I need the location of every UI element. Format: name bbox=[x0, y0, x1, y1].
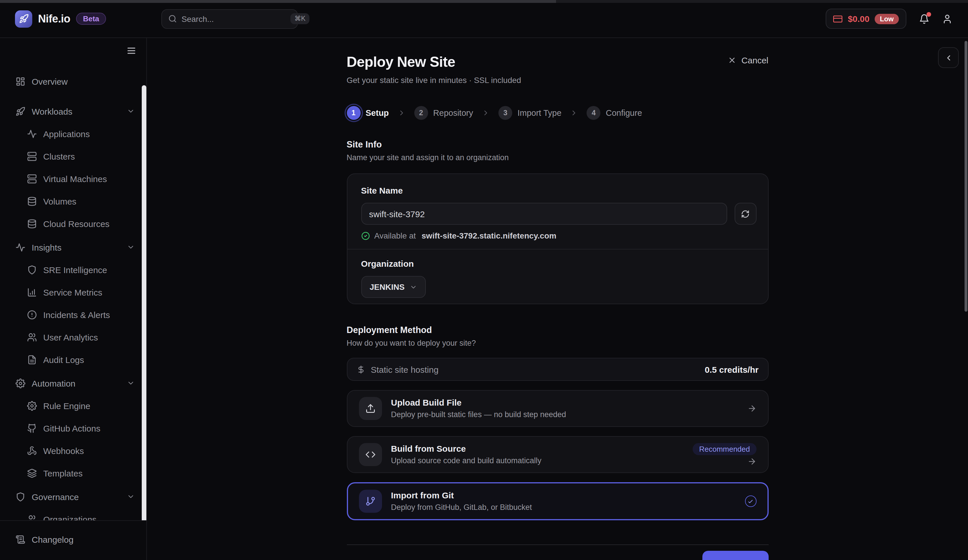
sidebar-item-audit-logs[interactable]: Audit Logs bbox=[7, 349, 139, 370]
upload-icon bbox=[359, 397, 382, 420]
sidebar-item-user-analytics[interactable]: User Analytics bbox=[7, 326, 139, 348]
top-scrollbar-thumb[interactable] bbox=[0, 0, 556, 3]
search-box[interactable]: ⌘K bbox=[161, 9, 298, 28]
search-shortcut: ⌘K bbox=[290, 13, 310, 25]
beta-badge: Beta bbox=[76, 13, 106, 25]
sidebar-item-label: Volumes bbox=[43, 196, 76, 206]
credits-pill[interactable]: $0.00 Low bbox=[826, 8, 907, 29]
method-title: Import from Git bbox=[391, 490, 532, 501]
arrow-right-icon bbox=[747, 457, 756, 466]
scroll-icon bbox=[15, 534, 25, 544]
sidebar-item-label: Rule Engine bbox=[43, 401, 90, 411]
chevron-right-icon bbox=[398, 109, 406, 117]
sidebar-item-webhooks[interactable]: Webhooks bbox=[7, 439, 139, 462]
search-input[interactable] bbox=[181, 14, 286, 23]
sidebar-item-governance[interactable]: Governance bbox=[7, 485, 139, 508]
step-setup[interactable]: 1 Setup bbox=[346, 106, 389, 120]
chevron-left-icon bbox=[944, 53, 953, 62]
step-repository[interactable]: 2 Repository bbox=[414, 106, 473, 120]
regenerate-name-button[interactable] bbox=[734, 203, 756, 225]
sidebar-item-workloads[interactable]: Workloads bbox=[7, 100, 139, 122]
notifications-button[interactable] bbox=[919, 13, 930, 24]
sidebar-collapse-button[interactable] bbox=[126, 45, 137, 56]
step-import-type[interactable]: 3 Import Type bbox=[499, 106, 562, 120]
sidebar-item-automation[interactable]: Automation bbox=[7, 372, 139, 394]
close-icon bbox=[728, 56, 736, 65]
sidebar-item-github-actions[interactable]: GitHub Actions bbox=[7, 417, 139, 439]
sidebar-item-label: User Analytics bbox=[43, 332, 98, 342]
sidebar-item-label: SRE Intelligence bbox=[43, 265, 107, 275]
sidebar-footer: Changelog bbox=[0, 520, 146, 560]
database-icon bbox=[27, 196, 37, 206]
sidebar-item-label: Workloads bbox=[31, 106, 72, 116]
site-name-input[interactable] bbox=[361, 203, 727, 225]
method-upload-build-file[interactable]: Upload Build File Deploy pre-built stati… bbox=[346, 390, 768, 427]
sidebar-item-volumes[interactable]: Volumes bbox=[7, 190, 139, 212]
site-name-label: Site Name bbox=[361, 186, 756, 196]
notification-dot bbox=[927, 12, 931, 17]
step-number: 3 bbox=[499, 106, 512, 120]
sidebar-item-insights[interactable]: Insights bbox=[7, 236, 139, 258]
sidebar-header bbox=[0, 38, 146, 63]
step-label: Import Type bbox=[517, 108, 562, 118]
sidebar-item-changelog[interactable]: Changelog bbox=[7, 528, 139, 551]
sidebar-item-clusters[interactable]: Clusters bbox=[7, 145, 139, 167]
sidebar-item-virtual-machines[interactable]: Virtual Machines bbox=[7, 167, 139, 190]
step-label: Configure bbox=[606, 108, 642, 118]
sidebar-item-overview[interactable]: Overview bbox=[7, 70, 139, 92]
webhook-icon bbox=[27, 446, 37, 456]
credits-amount: $0.00 bbox=[848, 14, 870, 24]
method-title: Build from Source bbox=[391, 444, 541, 454]
sidebar-item-label: Insights bbox=[31, 242, 61, 252]
users-icon bbox=[27, 332, 37, 342]
sidebar-item-label: Organizations bbox=[43, 514, 96, 520]
deployment-method-title: Deployment Method bbox=[346, 325, 768, 335]
availability-prefix: Available at bbox=[374, 231, 416, 240]
check-circle-icon bbox=[361, 231, 370, 240]
step-label: Repository bbox=[433, 108, 473, 118]
panel-collapse-button[interactable] bbox=[938, 47, 959, 68]
sidebar: Overview Workloads Applications Clusters… bbox=[0, 38, 147, 560]
sidebar-item-sre-intelligence[interactable]: SRE Intelligence bbox=[7, 259, 139, 280]
sidebar-item-service-metrics[interactable]: Service Metrics bbox=[7, 281, 139, 303]
sidebar-item-applications[interactable]: Applications bbox=[7, 123, 139, 144]
sidebar-scrollbar[interactable] bbox=[142, 85, 146, 520]
dashboard-icon bbox=[15, 76, 25, 86]
step-configure[interactable]: 4 Configure bbox=[587, 106, 642, 120]
organization-select[interactable]: JENKINS bbox=[361, 276, 426, 298]
cancel-button[interactable]: Cancel bbox=[728, 55, 768, 65]
sidebar-item-cloud-resources[interactable]: Cloud Resources bbox=[7, 213, 139, 234]
user-icon bbox=[942, 13, 953, 24]
sidebar-item-label: Clusters bbox=[43, 151, 75, 161]
page-title: Deploy New Site bbox=[346, 53, 455, 70]
sidebar-item-label: Audit Logs bbox=[43, 355, 84, 364]
site-info-subtitle: Name your site and assign it to an organ… bbox=[346, 153, 768, 163]
github-icon bbox=[27, 423, 37, 433]
arrow-right-icon bbox=[747, 404, 756, 413]
sidebar-item-templates[interactable]: Templates bbox=[7, 462, 139, 484]
step-label: Setup bbox=[366, 108, 389, 118]
sidebar-item-label: Incidents & Alerts bbox=[43, 310, 110, 320]
continue-button[interactable] bbox=[702, 551, 768, 560]
recommended-badge: Recommended bbox=[693, 443, 756, 455]
method-build-from-source[interactable]: Build from Source Upload source code and… bbox=[346, 436, 768, 473]
sidebar-item-label: Templates bbox=[43, 468, 83, 478]
page-scrollbar[interactable] bbox=[965, 41, 967, 312]
step-number: 2 bbox=[414, 106, 428, 120]
refresh-icon bbox=[741, 209, 750, 218]
sidebar-item-label: GitHub Actions bbox=[43, 423, 100, 433]
account-button[interactable] bbox=[942, 13, 953, 24]
file-text-icon bbox=[27, 355, 37, 364]
sidebar-item-incidents-alerts[interactable]: Incidents & Alerts bbox=[7, 303, 139, 326]
dollar-icon bbox=[356, 365, 365, 374]
availability-status: Available at swift-site-3792.static.nife… bbox=[361, 230, 756, 241]
alert-circle-icon bbox=[27, 310, 37, 320]
sidebar-item-organizations[interactable]: Organizations bbox=[7, 508, 139, 520]
method-import-from-git[interactable]: Import from Git Deploy from GitHub, GitL… bbox=[346, 482, 768, 520]
availability-domain: swift-site-3792.static.nifetency.com bbox=[421, 231, 556, 240]
brand-logo[interactable] bbox=[15, 10, 32, 27]
credit-card-icon bbox=[834, 14, 843, 23]
sidebar-item-rule-engine[interactable]: Rule Engine bbox=[7, 395, 139, 416]
main-panel: Deploy New Site Cancel Get your static s… bbox=[147, 38, 968, 560]
rocket-icon bbox=[15, 106, 25, 116]
